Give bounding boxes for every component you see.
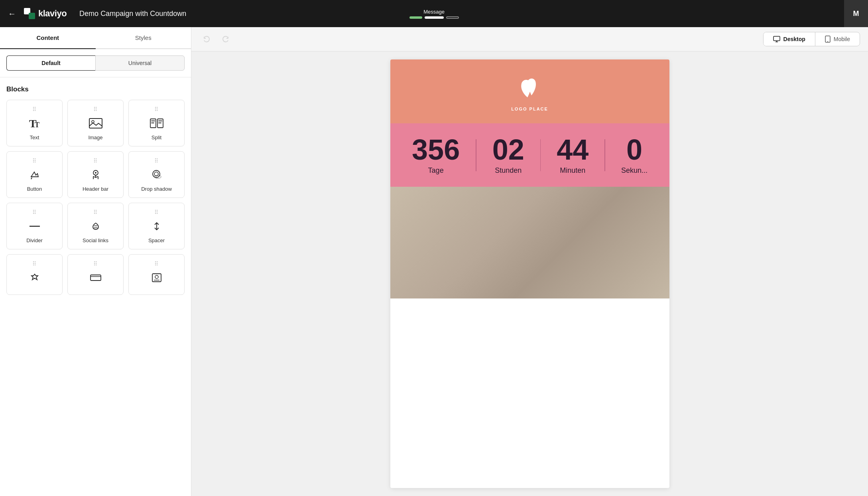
mobile-icon — [825, 36, 831, 43]
desktop-view-button[interactable]: Desktop — [764, 32, 815, 46]
blocks-title: Blocks — [6, 85, 185, 93]
block-split[interactable]: ⠿ Split — [128, 100, 185, 146]
tab-styles[interactable]: Styles — [96, 27, 191, 48]
divider-icon — [28, 219, 41, 233]
split-icon — [150, 116, 163, 130]
spacer-icon — [150, 219, 163, 233]
block-divider-label: Divider — [26, 237, 42, 243]
block-social-links-label: Social links — [83, 237, 108, 243]
message-steps — [409, 16, 459, 19]
block-spacer[interactable]: ⠿ Spacer — [128, 203, 185, 249]
days-label: Tage — [428, 166, 444, 175]
redo-button[interactable] — [218, 32, 233, 46]
social-links-icon — [89, 219, 102, 233]
block-10-icon — [89, 271, 102, 285]
block-text[interactable]: ⠿ T T Text — [6, 100, 63, 146]
block-header-bar-label: Header bar — [83, 186, 108, 192]
drag-handle: ⠿ — [154, 209, 159, 215]
logo-area: klaviyo — [24, 8, 67, 19]
svg-rect-1 — [29, 13, 35, 19]
countdown-hours: 02 Stunden — [476, 135, 540, 175]
block-9-icon — [28, 271, 41, 285]
block-button[interactable]: ⠿ Button — [6, 151, 63, 198]
drop-shadow-icon — [150, 168, 163, 182]
image-icon — [89, 116, 102, 130]
block-9[interactable]: ⠿ — [6, 254, 63, 295]
block-split-label: Split — [152, 134, 161, 140]
countdown-section: 356 Tage 02 Stunden 44 Minuten — [390, 123, 669, 187]
block-social-links[interactable]: ⠿ Social links — [67, 203, 124, 249]
drag-handle: ⠿ — [32, 261, 37, 267]
svg-point-28 — [155, 275, 158, 279]
tab-content[interactable]: Content — [0, 27, 96, 48]
undo-button[interactable] — [199, 32, 214, 46]
block-text-label: Text — [30, 134, 39, 140]
toggle-default[interactable]: Default — [6, 55, 95, 71]
button-icon — [28, 168, 41, 182]
email-header-section: LOGO PLACE — [390, 59, 669, 123]
toggle-universal[interactable]: Universal — [95, 55, 185, 71]
hours-value: 02 — [492, 135, 524, 164]
block-header-bar[interactable]: ⠿ Header bar — [67, 151, 124, 198]
step-1 — [409, 16, 422, 19]
block-divider[interactable]: ⠿ Divider — [6, 203, 63, 249]
svg-rect-30 — [774, 36, 780, 41]
logo-place-text: LOGO PLACE — [511, 107, 548, 111]
klaviyo-logo-icon — [24, 8, 35, 19]
svg-point-14 — [95, 172, 96, 174]
svg-point-20 — [153, 170, 160, 178]
step-2 — [425, 16, 444, 19]
back-button[interactable]: ← — [8, 9, 16, 18]
block-11-icon — [150, 271, 163, 285]
block-drop-shadow-label: Drop shadow — [141, 186, 172, 192]
drag-handle: ⠿ — [154, 107, 159, 112]
preview-canvas: LOGO PLACE 356 Tage 02 Stunden — [191, 51, 868, 496]
message-label: Message — [423, 9, 445, 15]
days-value: 356 — [412, 135, 460, 164]
block-11[interactable]: ⠿ — [128, 254, 185, 295]
desktop-icon — [773, 36, 780, 42]
block-image[interactable]: ⠿ Image — [67, 100, 124, 146]
block-image-label: Image — [88, 134, 102, 140]
drag-handle: ⠿ — [32, 107, 37, 112]
svg-point-34 — [827, 41, 828, 42]
svg-rect-27 — [152, 274, 161, 282]
svg-rect-8 — [151, 121, 155, 121]
tab-bar: Content Styles — [0, 27, 191, 49]
blocks-grid: ⠿ T T Text ⠿ — [6, 100, 185, 295]
avatar[interactable]: M — [853, 10, 859, 18]
drag-handle: ⠿ — [154, 261, 159, 267]
header-center: Message — [409, 9, 459, 19]
hours-label: Stunden — [495, 166, 522, 175]
main-layout: Content Styles Default Universal Blocks … — [0, 27, 868, 496]
top-header: ← klaviyo Demo Campaign with Countdown M… — [0, 0, 868, 27]
countdown-days: 356 Tage — [396, 135, 476, 175]
svg-line-12 — [31, 178, 32, 179]
block-10[interactable]: ⠿ — [67, 254, 124, 295]
svg-rect-10 — [158, 121, 162, 121]
campaign-title: Demo Campaign with Countdown — [79, 10, 186, 18]
minutes-value: 44 — [557, 135, 589, 164]
countdown-minutes: 44 Minuten — [541, 135, 604, 175]
drag-handle: ⠿ — [32, 158, 37, 164]
preview-toolbar: Desktop Mobile — [191, 27, 868, 51]
step-3 — [446, 16, 459, 19]
block-spacer-label: Spacer — [148, 237, 165, 243]
logo-placeholder: LOGO PLACE — [511, 75, 548, 111]
svg-rect-9 — [151, 123, 154, 123]
minutes-label: Minuten — [560, 166, 585, 175]
svg-rect-25 — [91, 275, 101, 281]
drag-handle: ⠿ — [93, 107, 98, 112]
blocks-section: Blocks ⠿ T T Text ⠿ — [0, 77, 191, 496]
email-image-section — [390, 187, 669, 298]
countdown-seconds: 0 Sekun... — [605, 135, 663, 175]
right-preview: Desktop Mobile — [191, 27, 868, 496]
view-toggle: Desktop Mobile — [763, 32, 860, 46]
logo-svg — [514, 75, 545, 103]
logo-text: klaviyo — [38, 8, 67, 19]
drag-handle: ⠿ — [93, 158, 98, 164]
mobile-view-button[interactable]: Mobile — [815, 32, 860, 46]
svg-point-22 — [155, 175, 161, 178]
block-drop-shadow[interactable]: ⠿ Drop shadow — [128, 151, 185, 198]
image-placeholder — [390, 187, 669, 298]
